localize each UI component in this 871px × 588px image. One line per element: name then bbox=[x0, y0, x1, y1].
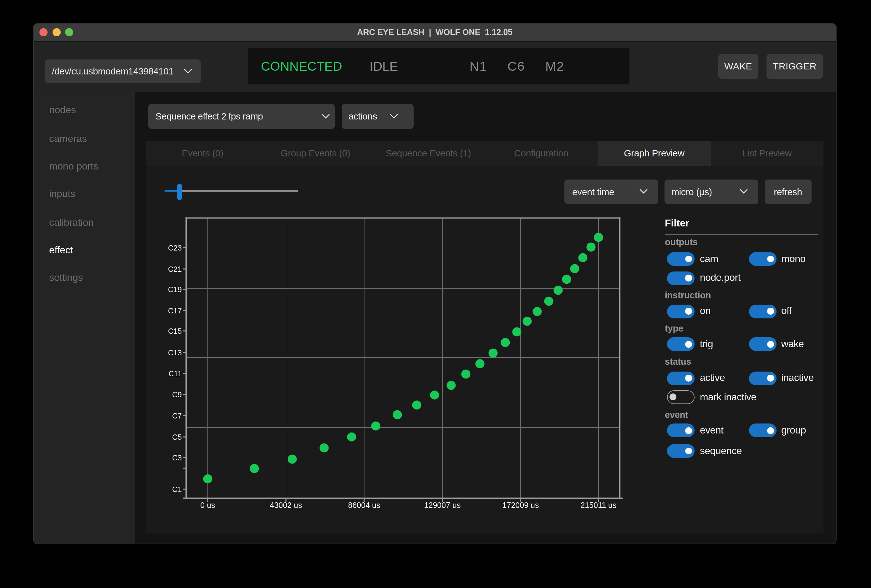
svg-text:43002 us: 43002 us bbox=[270, 500, 302, 509]
svg-text:172009 us: 172009 us bbox=[502, 500, 539, 509]
svg-text:C23: C23 bbox=[168, 243, 181, 252]
svg-text:0 us: 0 us bbox=[200, 500, 215, 509]
svg-text:C9: C9 bbox=[172, 390, 181, 398]
svg-text:C5: C5 bbox=[172, 432, 181, 441]
svg-text:C21: C21 bbox=[168, 265, 181, 273]
svg-text:C1: C1 bbox=[172, 485, 181, 493]
svg-text:C15: C15 bbox=[168, 326, 181, 335]
svg-text:C19: C19 bbox=[168, 285, 181, 293]
svg-text:129007 us: 129007 us bbox=[424, 500, 461, 509]
svg-text:86004 us: 86004 us bbox=[348, 500, 380, 509]
svg-text:C3: C3 bbox=[172, 453, 181, 462]
svg-text:C13: C13 bbox=[168, 348, 181, 356]
svg-text:C7: C7 bbox=[172, 411, 181, 420]
svg-text:215011 us: 215011 us bbox=[580, 500, 616, 509]
svg-text:C11: C11 bbox=[168, 369, 181, 377]
svg-text:C17: C17 bbox=[168, 306, 181, 315]
